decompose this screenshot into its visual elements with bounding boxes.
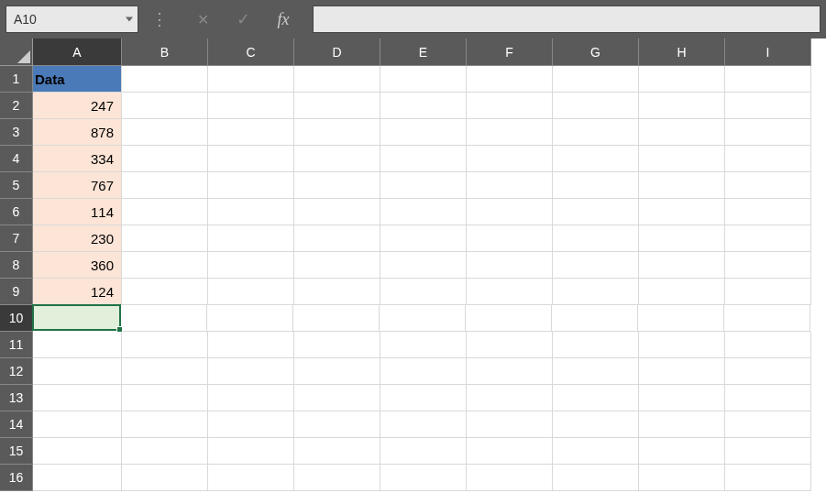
cell-i5[interactable] <box>725 172 811 199</box>
column-header-e[interactable]: E <box>380 38 467 66</box>
cell-d15[interactable] <box>294 438 380 465</box>
cell-i12[interactable] <box>725 358 811 385</box>
cell-e2[interactable] <box>380 93 467 119</box>
cell-i14[interactable] <box>725 411 811 438</box>
cell-h1[interactable] <box>639 66 725 93</box>
cell-b1[interactable] <box>122 66 208 93</box>
cell-f4[interactable] <box>467 146 553 172</box>
cell-d4[interactable] <box>294 146 380 172</box>
cell-h3[interactable] <box>639 119 725 146</box>
cell-g8[interactable] <box>553 252 639 279</box>
cell-g13[interactable] <box>553 385 639 411</box>
cell-g16[interactable] <box>553 465 639 491</box>
cell-c7[interactable] <box>208 225 294 252</box>
cell-a14[interactable] <box>33 411 122 438</box>
cell-g1[interactable] <box>553 66 639 93</box>
cell-c2[interactable] <box>208 93 294 119</box>
cell-e5[interactable] <box>380 172 467 199</box>
cell-i9[interactable] <box>725 279 811 305</box>
cell-g3[interactable] <box>553 119 639 146</box>
cell-f1[interactable] <box>467 66 553 93</box>
cell-h13[interactable] <box>639 385 725 411</box>
cell-h4[interactable] <box>639 146 725 172</box>
cell-d8[interactable] <box>294 252 380 279</box>
cell-i4[interactable] <box>725 146 811 172</box>
cell-c9[interactable] <box>208 279 294 305</box>
row-header-12[interactable]: 12 <box>0 358 33 385</box>
cell-d5[interactable] <box>294 172 380 199</box>
cell-i3[interactable] <box>725 119 811 146</box>
cell-d9[interactable] <box>294 279 380 305</box>
cell-h9[interactable] <box>639 279 725 305</box>
row-header-11[interactable]: 11 <box>0 332 33 358</box>
cell-b12[interactable] <box>122 358 208 385</box>
cell-f8[interactable] <box>467 252 553 279</box>
cell-b13[interactable] <box>122 385 208 411</box>
cell-i2[interactable] <box>725 93 811 119</box>
row-header-1[interactable]: 1 <box>0 66 33 93</box>
cell-b4[interactable] <box>122 146 208 172</box>
cancel-button[interactable]: ✕ <box>182 5 223 34</box>
row-header-6[interactable]: 6 <box>0 199 33 225</box>
cell-h8[interactable] <box>639 252 725 279</box>
column-header-c[interactable]: C <box>208 38 294 66</box>
cell-d6[interactable] <box>294 199 380 225</box>
cell-a7[interactable]: 230 <box>33 225 122 252</box>
cell-f10[interactable] <box>466 305 552 332</box>
cell-d2[interactable] <box>294 93 380 119</box>
cell-h16[interactable] <box>639 465 725 491</box>
cell-e10[interactable] <box>380 305 466 332</box>
cell-d16[interactable] <box>294 465 380 491</box>
cell-e14[interactable] <box>380 411 467 438</box>
cell-c1[interactable] <box>208 66 294 93</box>
cell-b16[interactable] <box>122 465 208 491</box>
cell-b10[interactable] <box>121 305 207 332</box>
cell-f13[interactable] <box>467 385 553 411</box>
cell-d12[interactable] <box>294 358 380 385</box>
cell-h6[interactable] <box>639 199 725 225</box>
fill-handle[interactable] <box>116 326 123 333</box>
column-header-h[interactable]: H <box>639 38 725 66</box>
cell-h12[interactable] <box>639 358 725 385</box>
cell-b3[interactable] <box>122 119 208 146</box>
cell-a6[interactable]: 114 <box>33 199 122 225</box>
row-header-14[interactable]: 14 <box>0 411 33 438</box>
row-header-10[interactable]: 10 <box>0 305 33 332</box>
column-header-g[interactable]: G <box>553 38 639 66</box>
cell-i10[interactable] <box>724 305 810 332</box>
cell-f14[interactable] <box>467 411 553 438</box>
cell-g7[interactable] <box>553 225 639 252</box>
cell-h15[interactable] <box>639 438 725 465</box>
cell-e16[interactable] <box>380 465 467 491</box>
cell-c8[interactable] <box>208 252 294 279</box>
cell-g12[interactable] <box>553 358 639 385</box>
cell-a3[interactable]: 878 <box>33 119 122 146</box>
cell-i11[interactable] <box>725 332 811 358</box>
cell-d13[interactable] <box>294 385 380 411</box>
cell-h5[interactable] <box>639 172 725 199</box>
cell-c10[interactable] <box>207 305 293 332</box>
cell-c6[interactable] <box>208 199 294 225</box>
cell-d3[interactable] <box>294 119 380 146</box>
cell-h14[interactable] <box>639 411 725 438</box>
cell-b11[interactable] <box>122 332 208 358</box>
cell-c11[interactable] <box>208 332 294 358</box>
cell-e7[interactable] <box>380 225 467 252</box>
cell-g15[interactable] <box>553 438 639 465</box>
cell-c14[interactable] <box>208 411 294 438</box>
cell-a12[interactable] <box>33 358 122 385</box>
cell-d1[interactable] <box>294 66 380 93</box>
cell-e12[interactable] <box>380 358 467 385</box>
cell-i13[interactable] <box>725 385 811 411</box>
cell-d14[interactable] <box>294 411 380 438</box>
cell-c13[interactable] <box>208 385 294 411</box>
select-all-corner[interactable] <box>0 38 33 66</box>
cell-c4[interactable] <box>208 146 294 172</box>
cell-i15[interactable] <box>725 438 811 465</box>
cell-e8[interactable] <box>380 252 467 279</box>
cell-a10[interactable] <box>32 304 121 331</box>
cell-b6[interactable] <box>122 199 208 225</box>
cell-d7[interactable] <box>294 225 380 252</box>
cell-b14[interactable] <box>122 411 208 438</box>
column-header-i[interactable]: I <box>725 38 811 66</box>
